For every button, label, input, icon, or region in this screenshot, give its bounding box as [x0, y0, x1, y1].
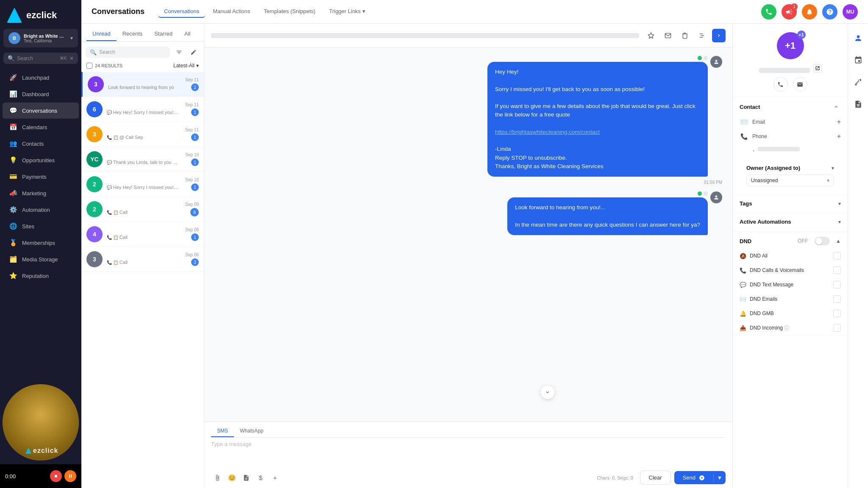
template-button[interactable] — [240, 471, 253, 484]
sidebar-item-conversations[interactable]: 💬 Conversations — [3, 103, 79, 119]
dnd-toggle[interactable] — [815, 237, 830, 245]
add-phone-button[interactable]: + — [837, 133, 841, 140]
account-sub: Test, California — [24, 39, 67, 43]
svg-rect-5 — [69, 474, 70, 478]
account-switcher[interactable]: B Bright as White Clea... Test, Californ… — [3, 29, 78, 47]
tab-sms[interactable]: SMS — [211, 425, 234, 437]
tab-all[interactable]: All — [178, 27, 196, 41]
dnd-text-checkbox[interactable] — [833, 281, 841, 288]
sidebar-item-opportunities[interactable]: 💡 Opportunities — [3, 152, 79, 168]
notification-button[interactable] — [802, 4, 817, 19]
send-button[interactable]: Send — [674, 471, 713, 484]
scroll-down-button[interactable] — [541, 385, 554, 399]
sidebar-item-launchpad[interactable]: 🚀 Launchpad — [3, 69, 79, 86]
email-button[interactable] — [661, 29, 675, 42]
filter-button[interactable] — [695, 29, 709, 42]
tab-templates[interactable]: Templates (Snippets) — [258, 6, 321, 18]
sidebar-item-media-storage[interactable]: 🗂️ Media Storage — [3, 251, 79, 267]
list-item[interactable]: 4 Sep 08 📞 📋 Call 1 — [81, 222, 204, 247]
star-button[interactable] — [644, 29, 658, 42]
collapse-icon[interactable] — [832, 102, 841, 111]
messages-area[interactable]: Hey Hey! Sorry I missed you! I'll get ba… — [204, 47, 732, 421]
sidebar-item-label: Automation — [22, 207, 50, 213]
sidebar-item-label: Opportunities — [22, 157, 55, 164]
contact-section-header[interactable]: Contact — [733, 97, 848, 115]
memberships-icon: 🏅 — [9, 239, 17, 247]
compose-button[interactable] — [187, 46, 200, 58]
sidebar-search[interactable]: 🔍 ⌘K ✕ — [3, 53, 78, 64]
contact-actions — [773, 77, 807, 92]
sidebar-item-automation[interactable]: ⚙️ Automation — [3, 202, 79, 218]
tab-recents[interactable]: Recents — [117, 27, 149, 41]
dnd-calls-checkbox[interactable] — [833, 266, 841, 274]
owner-section-header[interactable]: Owner (Assigned to) ▾ — [740, 160, 841, 175]
user-avatar[interactable]: MU — [843, 4, 858, 19]
tab-conversations[interactable]: Conversations — [158, 6, 205, 18]
add-email-button[interactable]: + — [837, 118, 841, 126]
emoji-button[interactable]: 😊 — [225, 471, 238, 484]
unread-badge: 8 — [190, 208, 199, 216]
dnd-chevron-icon[interactable]: ▲ — [836, 238, 841, 244]
dnd-calls-label: DND Calls & Voicemails — [750, 267, 830, 273]
sort-select[interactable]: Latest-All ▾ — [173, 63, 199, 69]
attachment-button[interactable] — [211, 471, 224, 484]
dnd-gmb-checkbox[interactable] — [833, 310, 841, 317]
dnd-emails-checkbox[interactable] — [833, 295, 841, 303]
help-button[interactable] — [822, 4, 837, 19]
conv-search-input[interactable] — [99, 49, 166, 55]
close-icon[interactable]: ✕ — [70, 55, 74, 61]
filter-button[interactable] — [172, 46, 185, 58]
tab-unread[interactable]: Unread — [86, 27, 117, 41]
automations-section-header[interactable]: Active Automations ▾ — [733, 214, 848, 228]
dnd-incoming-checkbox[interactable] — [833, 324, 841, 332]
sidebar-item-marketing[interactable]: 📣 Marketing — [3, 185, 79, 201]
phone-button[interactable] — [761, 4, 776, 19]
dnd-item-incoming: 📥 DND Incoming ⓘ — [733, 321, 848, 335]
list-item[interactable]: 3 Sep 06 📞 📋 Call 3 — [81, 247, 204, 272]
checklist-strip-icon[interactable] — [851, 75, 866, 90]
sidebar-item-memberships[interactable]: 🏅 Memberships — [3, 235, 79, 251]
owner-select[interactable]: Unassigned ▾ — [746, 175, 834, 186]
email-contact-button[interactable] — [793, 77, 807, 92]
tab-trigger-links[interactable]: Trigger Links ▾ — [323, 6, 371, 18]
top-nav: Conversations Manual Actions Templates (… — [158, 6, 371, 18]
list-item[interactable]: 2 Sep 09 📞 📋 Call 8 — [81, 197, 204, 222]
sidebar-item-sites[interactable]: 🌐 Sites — [3, 218, 79, 234]
right-panel: +1 +1 — [732, 24, 868, 488]
tab-whatsapp[interactable]: WhatsApp — [234, 425, 269, 437]
toggle-switch[interactable] — [815, 237, 830, 245]
list-item[interactable]: 2 Sep 10 💬 Hey Hey! Sorry I missed you! … — [81, 172, 204, 197]
list-item[interactable]: YC Sep 10 💬 Thank you Linda, talk to you… — [81, 147, 204, 172]
list-item[interactable]: 3 Sep 11 Look forward to hearing from yo… — [81, 72, 204, 97]
expand-button[interactable] — [712, 29, 726, 42]
megaphone-button[interactable]: 1 — [782, 4, 797, 19]
clear-button[interactable]: Clear — [640, 471, 671, 485]
sidebar-item-payments[interactable]: 💳 Payments — [3, 169, 79, 185]
message-input[interactable] — [211, 441, 726, 466]
dollar-button[interactable]: $ — [254, 471, 267, 484]
tab-manual-actions[interactable]: Manual Actions — [207, 6, 256, 18]
sort-label: Latest-All — [173, 63, 195, 69]
tags-section-header[interactable]: Tags ▾ — [733, 195, 848, 210]
send-options-button[interactable]: ▾ — [714, 472, 726, 484]
sidebar-item-contacts[interactable]: 👥 Contacts — [3, 136, 79, 152]
contact-strip-icon[interactable] — [851, 30, 866, 46]
sidebar-search-input[interactable] — [17, 55, 57, 61]
sidebar-item-dashboard[interactable]: 📊 Dashboard — [3, 86, 79, 102]
delete-button[interactable] — [678, 29, 692, 42]
list-item[interactable]: 3 Sep 11 📞 📋 @ Call Sep 1 — [81, 122, 204, 147]
note-strip-icon[interactable] — [851, 97, 866, 112]
add-button[interactable]: + — [269, 471, 281, 484]
list-item[interactable]: 6 Sep 11 💬 Hey Hey! Sorry I missed you! … — [81, 97, 204, 122]
select-all-checkbox[interactable] — [86, 63, 92, 69]
sidebar-item-reputation[interactable]: ⭐ Reputation — [3, 268, 79, 284]
dnd-all-checkbox[interactable] — [833, 252, 841, 260]
external-link-button[interactable] — [813, 64, 822, 72]
call-contact-button[interactable] — [773, 77, 788, 92]
pause-recording-button[interactable] — [64, 470, 76, 482]
stop-recording-button[interactable] — [50, 470, 62, 482]
calendar-strip-icon[interactable] — [851, 53, 866, 68]
tab-starred[interactable]: Starred — [148, 27, 178, 41]
sidebar-item-calendars[interactable]: 📅 Calendars — [3, 119, 79, 135]
info-icon[interactable]: ⓘ — [784, 325, 789, 331]
